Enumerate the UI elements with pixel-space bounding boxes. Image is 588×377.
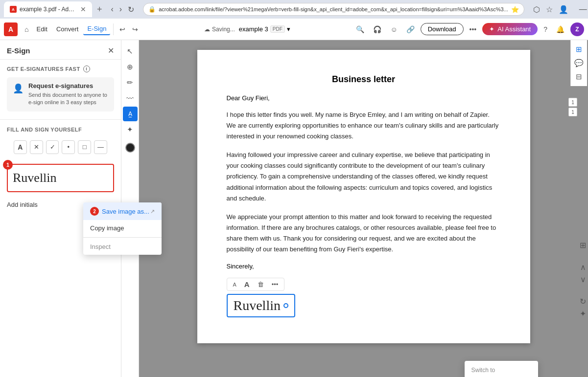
esign-button[interactable]: E-Sign [83,23,110,35]
switch-title: Switch to [465,364,538,377]
box-tool-btn[interactable]: □ [78,140,91,154]
pen-tool-btn[interactable]: ✏ [123,75,138,90]
pdf-page: Business letter Dear Guy Fieri, I hope t… [197,50,530,343]
user-avatar[interactable]: Z [570,22,584,36]
color-picker[interactable] [125,143,135,153]
bookmark-button[interactable]: ☆ [544,4,555,15]
inspect-item[interactable]: Inspect [83,239,162,255]
signature-box[interactable]: 1 Ruvellin [7,164,114,192]
right-panel-btn-1[interactable]: ⊞ [572,43,586,56]
sig-number-badge: 1 [3,160,13,170]
signature-text: Ruvellin [13,171,57,185]
forward-button[interactable]: › [118,4,124,15]
more-button[interactable]: ••• [467,23,480,35]
pdf-sig-dot [283,303,288,308]
info-icon[interactable]: i [83,66,90,72]
request-card[interactable]: 👤 Request e-signatures Send this documen… [7,77,114,111]
address-bar[interactable]: 🔒 acrobat.adobe.com/link/file/?viewer%21… [143,3,524,16]
ai-label: AI Assistant [497,25,531,33]
cross-tool-btn[interactable]: ✕ [30,140,43,154]
right-panel-btn-2[interactable]: 💬 [572,57,586,69]
main-layout: E-Sign ✕ GET E-SIGNATURES FAST i 👤 Reque… [0,40,588,377]
pdf-para3: We appreciate your prompt attention to t… [227,212,501,255]
refresh-button[interactable]: ↻ [126,4,136,15]
extensions-button[interactable]: ⬡ [531,4,542,15]
pdf-para2: Having followed your impressive career a… [227,150,501,203]
copy-image-item[interactable]: Copy image [83,220,162,236]
convert-button[interactable]: Convert [52,23,83,35]
ai-icon: ✦ [489,25,494,33]
ctx-separator [83,237,162,238]
pdf-signature-section: A A 🗑 ••• Ruvellin [227,278,295,317]
pdf-area[interactable]: Business letter Dear Guy Fieri, I hope t… [139,40,588,377]
page-num-2: 1 [568,108,577,116]
sig-increase-size-btn[interactable]: A [241,279,253,289]
headphones-button[interactable]: 🎧 [370,23,384,35]
search-toolbar-button[interactable]: 🔍 [353,23,367,35]
request-desc: Send this document to anyone to e-sign o… [28,91,108,107]
file-name: example 3 [239,25,268,33]
adobe-toolbar: A ⌂ Edit Convert E-Sign ↩ ↪ ☁ Saving... … [0,19,588,40]
toolbar-center: ☁ Saving... example 3 PDF ▾ [142,25,352,33]
tab-close-button[interactable]: ✕ [80,5,86,13]
accessibility-button[interactable]: ☺ [387,23,400,35]
panel-divider [0,119,121,120]
scroll-down-button[interactable]: ∨ [580,275,586,284]
line-tool-btn[interactable]: — [94,140,107,154]
text-tool-btn[interactable]: A [14,140,27,154]
link-button[interactable]: 🔗 [403,23,418,35]
right-panel-icons: ⊞ 💬 ⊟ [570,40,587,86]
new-tab-button[interactable]: + [97,4,102,15]
ai-assistant-button[interactable]: ✦ AI Assistant [482,23,538,35]
browser-tab[interactable]: A example 3.pdf - Adobe cloud s... ✕ [4,1,92,17]
home-button[interactable]: ⌂ [22,23,31,35]
browser-actions: ⬡ ☆ 👤 [531,4,570,15]
section1-label: GET E-SIGNATURES FAST [7,66,80,72]
cloud-icon: ☁ [204,26,210,33]
toolbar-right: 🔍 🎧 ☺ 🔗 Download ••• ✦ AI Assistant ? 🔔 … [353,22,584,36]
panel-header: E-Sign ✕ [0,40,121,60]
esign-panel: E-Sign ✕ GET E-SIGNATURES FAST i 👤 Reque… [0,40,121,377]
sig-more-btn[interactable]: ••• [269,280,282,289]
get-signatures-section: GET E-SIGNATURES FAST i 👤 Request e-sign… [0,60,121,117]
stamp-tool-btn[interactable]: ✦ [123,122,138,137]
notifications-button[interactable]: 🔔 [553,23,567,35]
panel-close-button[interactable]: ✕ [108,46,114,55]
switch-to-panel: Switch to A̲ Type text ▣ Initials ✕ Cros… [465,361,538,377]
scroll-up-button[interactable]: ∧ [580,263,586,272]
address-text: acrobat.adobe.com/link/file/?viewer%21me… [159,6,508,12]
undo-button[interactable]: ↩ [117,23,128,35]
settings-button[interactable]: ✦ [580,309,586,318]
pdf-title: Business letter [227,74,501,85]
dot-tool-btn[interactable]: • [62,140,75,154]
edit-button[interactable]: Edit [32,23,51,35]
pdf-signature-box[interactable]: Ruvellin [227,294,295,317]
signature-area[interactable]: 1 Ruvellin [7,164,114,192]
sig-toolbar: A A 🗑 ••• [227,278,285,291]
profile-button[interactable]: 👤 [557,4,570,15]
grid-view-button[interactable]: ⊞ [580,241,586,250]
right-panel-btn-3[interactable]: ⊟ [572,70,586,83]
browser-controls: ‹ › ↻ [109,4,137,15]
redo-button[interactable]: ↪ [129,23,141,35]
pdf-salutation: Dear Guy Fieri, [227,94,501,102]
rotate-button[interactable]: ↻ [580,297,586,306]
minimize-button[interactable]: — [577,5,588,14]
sig-decrease-size-btn[interactable]: A [230,281,239,288]
save-image-as-item[interactable]: 2 Save image as... ↗ [83,202,162,220]
text-annotation-btn[interactable]: A̲ [123,107,138,121]
zoom-tool-btn[interactable]: ⊕ [123,60,138,74]
request-title: Request e-signatures [28,82,108,89]
cursor-tool-btn[interactable]: ↖ [123,44,138,59]
saving-indicator: ☁ Saving... [204,26,235,33]
help-button[interactable]: ? [541,23,550,35]
check-tool-btn[interactable]: ✓ [46,140,59,154]
back-button[interactable]: ‹ [109,4,116,15]
file-dropdown-icon[interactable]: ▾ [287,25,290,33]
pdf-signature-text: Ruvellin [234,298,281,313]
request-content: Request e-signatures Send this document … [28,82,108,107]
sig-delete-btn[interactable]: 🗑 [255,280,267,289]
wave-tool-btn[interactable]: 〰 [123,91,138,106]
download-button[interactable]: Download [421,23,464,35]
saving-text: Saving... [212,26,235,33]
